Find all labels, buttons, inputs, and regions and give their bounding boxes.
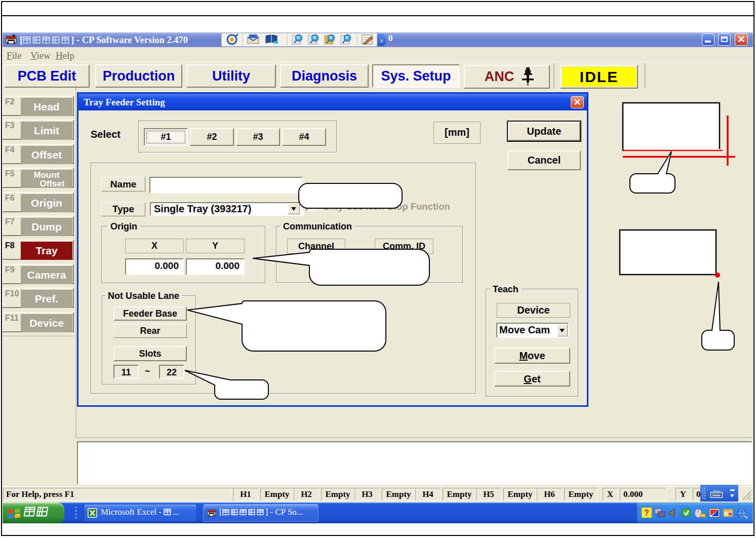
svg-text:?: ? xyxy=(644,509,649,517)
svg-text:Saver: Saver xyxy=(713,489,721,492)
